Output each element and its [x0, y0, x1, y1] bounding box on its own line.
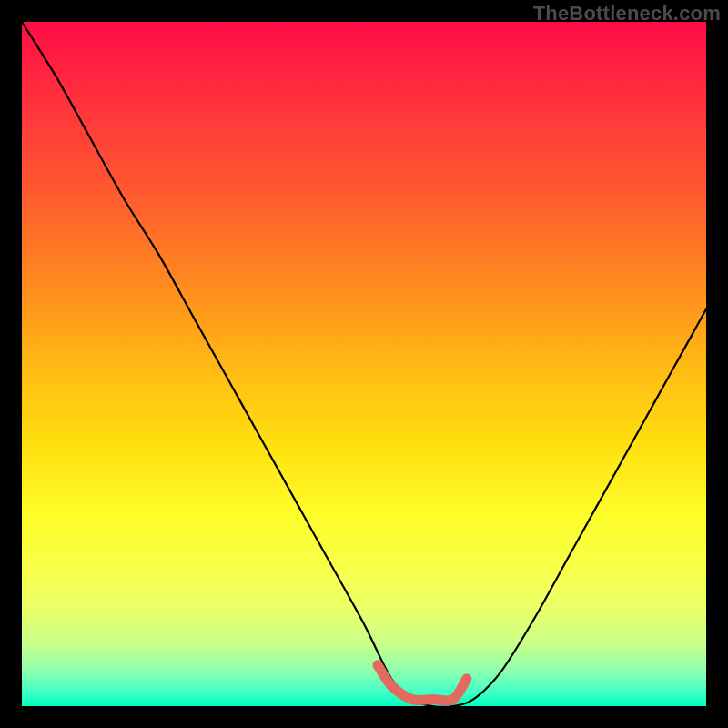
curve-group — [22, 22, 706, 707]
bottleneck-curve-path — [22, 22, 706, 707]
plot-area — [22, 22, 706, 706]
highlight-segment-path — [378, 665, 467, 701]
chart-frame: TheBottleneck.com — [0, 0, 728, 728]
curve-svg — [22, 22, 706, 706]
